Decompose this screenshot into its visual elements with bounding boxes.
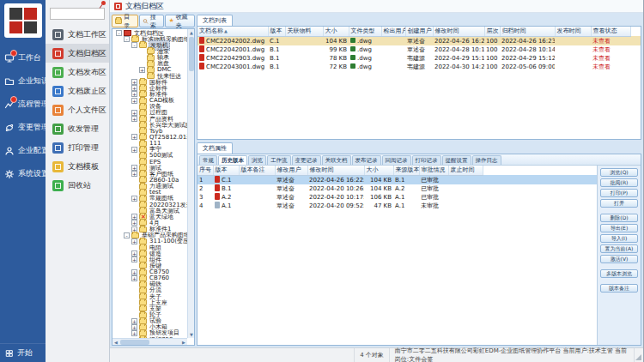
expander-icon[interactable] (131, 299, 137, 305)
expander-icon[interactable]: + (131, 110, 137, 116)
expander-icon[interactable] (131, 177, 137, 183)
nav-item[interactable]: 文档工作区 (46, 25, 109, 44)
expander-icon[interactable]: + (131, 165, 137, 171)
expander-icon[interactable]: + (131, 256, 137, 262)
properties-subtab[interactable]: 浏览 (248, 155, 266, 165)
expander-icon[interactable] (131, 287, 137, 293)
expander-icon[interactable]: + (131, 147, 137, 153)
expander-icon[interactable] (131, 153, 137, 159)
directory-tab-button[interactable]: 目录 (112, 15, 138, 27)
sidebar-menu-item[interactable]: 流程管理 (0, 93, 46, 116)
expander-icon[interactable]: + (131, 214, 137, 220)
column-header[interactable]: 文件类型 (349, 27, 381, 36)
pin-icon[interactable] (100, 1, 106, 8)
column-header[interactable]: 关联物料 (285, 27, 323, 36)
column-header[interactable]: 废止时间 (448, 166, 483, 175)
nav-item[interactable]: 个人文件区 (46, 100, 109, 119)
sidebar-menu-item[interactable]: 企业知识库 (0, 69, 46, 93)
nav-item[interactable]: 文档发布区 (46, 63, 109, 81)
column-header[interactable]: 修改时间 (433, 27, 484, 36)
tab-document-list[interactable]: 文档列表 (197, 15, 233, 26)
expander-icon[interactable]: + (131, 85, 137, 91)
properties-subtab[interactable]: 提醒设置 (442, 155, 471, 165)
properties-subtab[interactable]: 历史版本 (218, 155, 247, 165)
expander-icon[interactable]: + (131, 91, 137, 97)
properties-subtab[interactable]: 回阅记录 (382, 155, 411, 165)
properties-subtab[interactable]: 发布记录 (352, 155, 381, 165)
properties-subtab[interactable]: 操作日志 (472, 155, 501, 165)
expander-icon[interactable]: + (131, 220, 137, 226)
scroll-right-icon[interactable]: ▶ (180, 339, 187, 346)
column-header[interactable]: 序号 (197, 166, 213, 175)
action-button[interactable]: 浏览(Q) (600, 168, 638, 177)
column-header[interactable]: 修改时间 (307, 166, 364, 175)
tab-document-properties[interactable]: 文档属性 (197, 142, 233, 154)
action-button[interactable]: 置为当前(A) (600, 244, 638, 253)
expander-icon[interactable] (131, 128, 137, 134)
action-button[interactable]: 激活(V) (600, 255, 638, 263)
expander-icon[interactable] (131, 159, 137, 165)
expander-icon[interactable]: + (139, 67, 145, 73)
expander-icon[interactable] (131, 122, 137, 128)
document-row[interactable]: CMC22042002.dwg C.1 104 KB .dwg 覃述奋 2022… (197, 36, 641, 45)
tree-horizontal-scrollbar[interactable]: ◀ ▶ (112, 338, 187, 345)
expander-icon[interactable] (131, 208, 137, 214)
expander-icon[interactable] (131, 141, 137, 147)
action-button[interactable]: 导入(I) (600, 234, 638, 243)
nav-item[interactable]: 收发管理 (46, 119, 109, 138)
nav-item[interactable]: 文档模板 (46, 157, 109, 176)
action-button[interactable]: 删除(D) (600, 214, 638, 222)
column-header[interactable]: 查看状态 (591, 27, 630, 36)
history-version-row[interactable]: 4 A.1 覃述奋 2022-04-20 09:52:46 47 KB A.1 (197, 202, 597, 210)
expander-icon[interactable]: + (131, 79, 137, 85)
action-button[interactable]: 批阅(R) (600, 178, 638, 187)
action-button[interactable]: 版本备注 (600, 284, 638, 293)
expander-icon[interactable] (131, 312, 137, 318)
scrollbar-thumb[interactable] (189, 37, 194, 71)
action-button[interactable]: 多版本浏览 (600, 269, 638, 278)
expander-icon[interactable]: - (124, 36, 130, 42)
properties-subtab[interactable]: 关联文档 (322, 155, 351, 165)
expander-icon[interactable] (131, 262, 137, 268)
expander-icon[interactable]: - (131, 42, 137, 48)
start-button[interactable]: 开始 (0, 343, 46, 362)
action-button[interactable]: 导出(E) (600, 224, 638, 232)
history-version-row[interactable]: 1 C.1 覃述奋 2022-04-26 16:22:44 104 KB B.1 (197, 175, 597, 184)
column-header[interactable]: 大小 (323, 27, 349, 36)
column-header[interactable]: 版本 (268, 27, 285, 36)
column-header[interactable]: 发布时间 (555, 27, 591, 36)
column-header[interactable]: 创建用户 (405, 27, 433, 36)
expander-icon[interactable] (139, 61, 145, 67)
expander-icon[interactable]: + (131, 330, 137, 336)
scroll-down-icon[interactable]: ▼ (188, 331, 195, 338)
column-header[interactable]: 文档名称▲ (197, 27, 268, 36)
expander-icon[interactable] (131, 202, 137, 208)
column-header[interactable]: 检出用户 (381, 27, 405, 36)
expander-icon[interactable] (131, 184, 137, 190)
expander-icon[interactable]: + (131, 269, 137, 275)
column-header[interactable]: 修改用户 (275, 166, 307, 175)
column-header[interactable]: 层次 (484, 27, 500, 36)
column-header[interactable]: 大小 (364, 166, 393, 175)
expander-icon[interactable]: + (131, 324, 137, 330)
expander-icon[interactable]: + (131, 196, 137, 202)
document-row[interactable]: CMC22042001.dwg B.1 99 KB .dwg 覃述奋 2022-… (197, 45, 641, 54)
column-header[interactable]: 版本 (213, 166, 239, 175)
expander-icon[interactable] (131, 305, 137, 311)
sidebar-menu-item[interactable]: 工作台 (0, 46, 46, 69)
sidebar-menu-item[interactable]: 系统设置 (0, 162, 46, 185)
expander-icon[interactable]: + (131, 318, 137, 324)
expander-icon[interactable]: + (131, 275, 137, 281)
scroll-left-icon[interactable]: ◀ (112, 339, 119, 346)
expander-icon[interactable]: + (131, 116, 137, 122)
expander-icon[interactable] (139, 55, 145, 61)
expander-icon[interactable] (139, 48, 145, 54)
properties-subtab[interactable]: 常规 (199, 155, 217, 165)
expander-icon[interactable]: + (131, 171, 137, 177)
nav-item[interactable]: 回收站 (46, 176, 109, 195)
nav-item[interactable]: 文档归档区 (46, 44, 109, 63)
history-version-row[interactable]: 2 B.1 覃述奋 2022-04-20 10:26:52 104 KB A.2 (197, 184, 597, 193)
scrollbar-thumb[interactable] (120, 340, 149, 345)
properties-subtab[interactable]: 工作流 (267, 155, 291, 165)
favorites-tab-button[interactable]: ★ 收藏夹 (165, 15, 195, 27)
